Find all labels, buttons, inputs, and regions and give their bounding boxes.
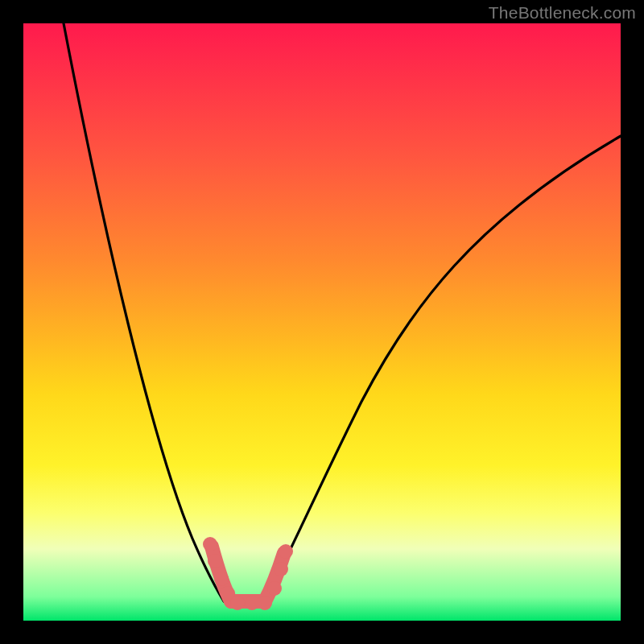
- highlight-dot: [279, 544, 293, 559]
- curve-group: [64, 23, 621, 601]
- highlight-dot: [203, 537, 217, 551]
- curve-left: [64, 23, 224, 601]
- highlight-dot: [208, 554, 222, 568]
- highlight-dot: [245, 596, 259, 610]
- highlight-dot: [258, 596, 272, 610]
- highlight-dot: [230, 596, 245, 610]
- watermark-text: TheBottleneck.com: [489, 3, 636, 23]
- highlight-dot: [267, 581, 282, 596]
- curve-right: [265, 136, 621, 601]
- chart-svg: [23, 23, 621, 621]
- highlight-dot: [214, 572, 229, 586]
- highlight-dot: [274, 562, 288, 576]
